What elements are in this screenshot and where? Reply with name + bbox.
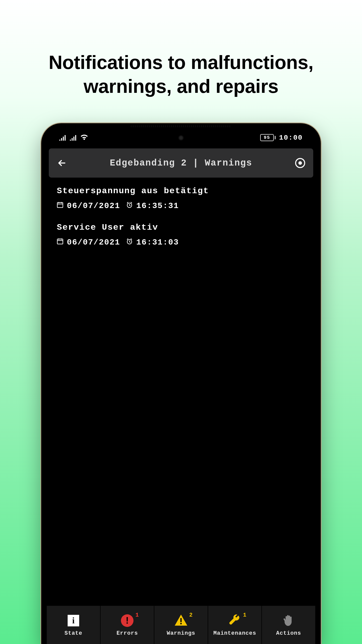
- svg-point-6: [180, 623, 182, 624]
- notification-list: Steuerspannung aus betätigt 06/07/2021: [47, 178, 315, 268]
- calendar-icon: [57, 238, 63, 247]
- badge-count: 1: [135, 612, 139, 618]
- nav-label: Warnings: [167, 630, 195, 636]
- app-header: Edgebanding 2 | Warnings: [49, 148, 313, 178]
- header-title: Edgebanding 2 | Warnings: [73, 158, 289, 168]
- info-icon: i: [68, 615, 79, 626]
- nav-warnings[interactable]: 2 Warnings: [154, 606, 208, 644]
- badge-count: 2: [189, 612, 193, 618]
- battery-indicator: 95: [260, 134, 276, 141]
- clock-icon: [126, 238, 133, 247]
- clock-icon: [126, 201, 133, 211]
- notification-title: Service User aktiv: [57, 223, 305, 232]
- battery-level: 95: [264, 135, 270, 140]
- nav-state[interactable]: i State: [47, 606, 101, 644]
- promo-line1: Notifications to malfunctions,: [0, 50, 362, 74]
- nav-label: Actions: [276, 630, 301, 636]
- error-icon: !: [121, 614, 133, 627]
- notification-date: 06/07/2021: [67, 201, 120, 211]
- phone-frame: 95 10:00 Edgebanding 2 | Warnings Steuer…: [41, 123, 321, 644]
- signal-icon-2: [70, 135, 77, 141]
- promo-title: Notifications to malfunctions, warnings,…: [0, 0, 362, 98]
- notification-time: 16:35:31: [136, 201, 179, 211]
- status-time: 10:00: [279, 134, 303, 142]
- wifi-icon: [80, 135, 88, 141]
- phone-camera: [178, 135, 184, 141]
- promo-line2: warnings, and repairs: [0, 74, 362, 98]
- hand-icon: [283, 614, 295, 627]
- notification-time: 16:31:03: [136, 238, 179, 247]
- target-icon: [295, 157, 306, 169]
- signal-icon: [59, 135, 66, 141]
- notification-date: 06/07/2021: [67, 238, 120, 247]
- nav-label: Errors: [116, 630, 138, 636]
- nav-label: State: [64, 630, 82, 636]
- back-button[interactable]: [56, 157, 68, 169]
- calendar-icon: [57, 201, 63, 211]
- phone-screen: 95 10:00 Edgebanding 2 | Warnings Steuer…: [47, 129, 315, 644]
- nav-errors[interactable]: ! 1 Errors: [101, 606, 154, 644]
- wrench-icon: [228, 614, 241, 628]
- bottom-nav: i State ! 1 Errors 2 Warnings: [47, 606, 315, 644]
- svg-point-1: [298, 161, 302, 165]
- phone-speaker: [131, 125, 231, 127]
- notification-item[interactable]: Service User aktiv 06/07/2021: [57, 223, 305, 247]
- svg-rect-2: [57, 203, 63, 208]
- svg-rect-4: [57, 239, 63, 244]
- notification-item[interactable]: Steuerspannung aus betätigt 06/07/2021: [57, 186, 305, 211]
- badge-count: 1: [243, 612, 246, 618]
- nav-maintenances[interactable]: 1 Maintenances: [208, 606, 262, 644]
- notification-title: Steuerspannung aus betätigt: [57, 186, 305, 196]
- nav-label: Maintenances: [213, 630, 256, 636]
- warning-icon: [174, 614, 188, 627]
- target-button[interactable]: [294, 157, 306, 169]
- nav-actions[interactable]: Actions: [262, 606, 315, 644]
- arrow-left-icon: [57, 158, 67, 168]
